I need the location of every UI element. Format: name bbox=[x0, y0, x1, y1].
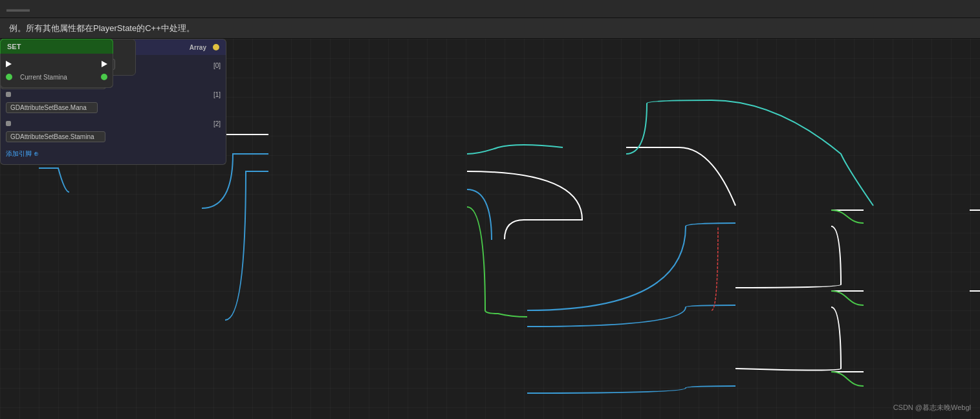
mana-dropdown-1[interactable]: GDAttributeSetBase.Mana bbox=[6, 102, 98, 113]
stamina-dropdown-2[interactable]: GDAttributeSetBase.Stamina bbox=[6, 131, 105, 142]
top-bar: ▬▬▬ bbox=[0, 0, 980, 18]
index0-label: [0] bbox=[213, 62, 221, 69]
index2-label: [2] bbox=[213, 120, 221, 127]
add-pin-button[interactable]: 添加引脚 ⊕ bbox=[6, 149, 39, 158]
index1-label: [1] bbox=[213, 91, 221, 98]
set-stamina-node: SET Current Stamina bbox=[0, 39, 113, 88]
set-stamina-header: SET bbox=[7, 43, 21, 50]
array-label: Array bbox=[190, 44, 206, 51]
subtitle-bar: 例。所有其他属性都在PlayerState的C++中处理。 bbox=[0, 18, 980, 39]
watermark: CSDN @暮志未晚Webgl bbox=[893, 403, 971, 413]
subtitle-text: 例。所有其他属性都在PlayerState的C++中处理。 bbox=[9, 23, 195, 34]
current-stamina-label: Current Stamina bbox=[20, 74, 67, 81]
canvas: State st Failed er State ƒ ƒ Get Ability… bbox=[0, 39, 980, 419]
